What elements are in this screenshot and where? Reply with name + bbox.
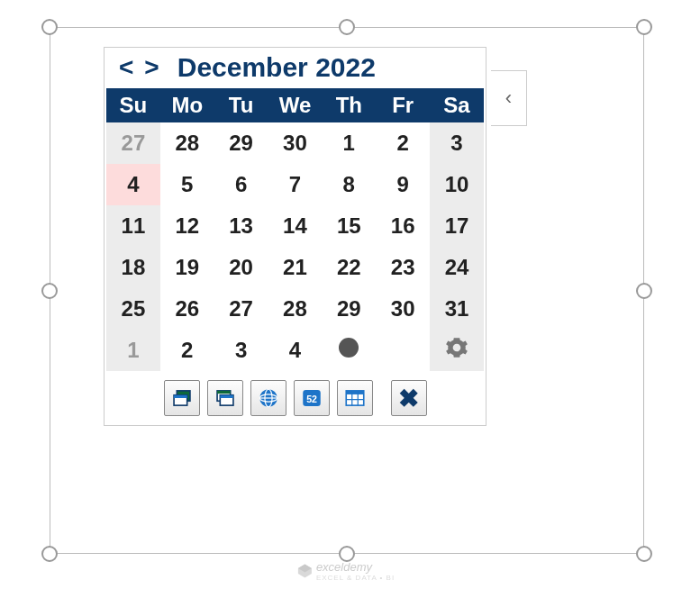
day-cell[interactable]: 16 (376, 205, 430, 247)
watermark: exceldemy EXCEL & DATA • BI (296, 560, 395, 582)
day-header-sa: Sa (430, 88, 484, 122)
resize-handle-bottom-right[interactable] (636, 546, 652, 562)
day-cell[interactable]: 8 (322, 164, 376, 205)
week-number-icon: 52 (300, 386, 323, 410)
day-cell[interactable]: 21 (268, 247, 323, 288)
svg-rect-14 (346, 391, 364, 394)
calendar-grid: Su Mo Tu We Th Fr Sa 2728293012345678910… (106, 88, 484, 371)
calendar-widget: < > December 2022 Su Mo Tu We Th Fr Sa 2… (104, 47, 486, 426)
day-cell[interactable]: 24 (430, 247, 484, 288)
calendar-row: 27282930123 (106, 122, 484, 164)
day-cell[interactable]: 14 (268, 205, 323, 247)
next-month-button[interactable]: > (141, 55, 162, 80)
clock-button[interactable] (322, 330, 376, 371)
globe-icon (257, 386, 280, 410)
day-cell[interactable]: 4 (268, 330, 323, 371)
day-cell[interactable]: 6 (214, 164, 268, 205)
watermark-logo-icon (296, 563, 313, 579)
day-header-row: Su Mo Tu We Th Fr Sa (106, 88, 484, 122)
collapse-tab-button[interactable]: ‹ (491, 70, 527, 126)
day-header-th: Th (322, 88, 376, 122)
day-cell[interactable]: 11 (106, 205, 160, 247)
day-cell[interactable]: 18 (106, 247, 160, 288)
day-cell[interactable]: 15 (322, 205, 376, 247)
day-cell[interactable]: 20 (214, 247, 268, 288)
day-cell[interactable]: 25 (106, 288, 160, 330)
day-cell[interactable]: 29 (214, 122, 268, 164)
resize-handle-top-middle[interactable] (339, 19, 355, 35)
svg-marker-18 (297, 565, 311, 578)
resize-handle-middle-right[interactable] (636, 283, 652, 299)
day-cell[interactable]: 28 (160, 122, 214, 164)
day-header-su: Su (106, 88, 160, 122)
day-cell[interactable]: 1 (322, 122, 376, 164)
watermark-subtext: EXCEL & DATA • BI (316, 574, 395, 582)
restore-window-icon (170, 386, 194, 410)
day-cell[interactable]: 17 (430, 205, 484, 247)
resize-handle-bottom-middle[interactable] (339, 546, 355, 562)
calendar-row: 45678910 (106, 164, 484, 205)
day-header-we: We (268, 88, 323, 122)
watermark-text: exceldemy (316, 560, 372, 574)
day-header-fr: Fr (376, 88, 430, 122)
day-cell[interactable]: 30 (376, 288, 430, 330)
day-cell[interactable]: 2 (160, 330, 214, 371)
day-cell[interactable]: 12 (160, 205, 214, 247)
prev-month-button[interactable]: < (115, 55, 137, 80)
calendar-row: 18192021222324 (106, 247, 484, 288)
table-view-button[interactable] (337, 380, 373, 416)
calendar-row: 25262728293031 (106, 288, 484, 330)
day-cell[interactable]: 27 (214, 288, 268, 330)
day-cell[interactable]: 13 (214, 205, 268, 247)
day-cell[interactable]: 27 (106, 122, 160, 164)
resize-handle-top-left[interactable] (41, 19, 58, 35)
day-cell[interactable]: 4 (106, 164, 160, 205)
calendar-row: 1234 (106, 330, 484, 371)
restore-window-button[interactable] (164, 380, 200, 416)
svg-rect-2 (174, 395, 187, 398)
empty-cell (376, 330, 430, 371)
day-cell[interactable]: 1 (106, 330, 160, 371)
calendar-row: 11121314151617 (106, 205, 484, 247)
svg-marker-19 (297, 565, 311, 573)
svg-text:52: 52 (306, 394, 317, 404)
day-cell[interactable]: 3 (430, 122, 484, 164)
day-cell[interactable]: 2 (376, 122, 430, 164)
day-cell[interactable]: 31 (430, 288, 484, 330)
day-cell[interactable]: 22 (322, 247, 376, 288)
settings-button[interactable] (430, 330, 484, 371)
multi-window-icon (214, 386, 237, 410)
globe-button[interactable] (250, 380, 286, 416)
resize-handle-middle-left[interactable] (41, 283, 58, 299)
day-cell[interactable]: 9 (376, 164, 430, 205)
close-icon: ✖ (398, 384, 419, 413)
svg-rect-4 (217, 391, 231, 394)
multi-window-button[interactable] (207, 380, 243, 416)
day-cell[interactable]: 26 (160, 288, 214, 330)
close-button[interactable]: ✖ (391, 380, 427, 416)
day-cell[interactable]: 30 (268, 122, 323, 164)
day-header-mo: Mo (160, 88, 214, 122)
table-icon (343, 386, 367, 410)
month-year-title[interactable]: December 2022 (177, 52, 376, 83)
resize-handle-top-right[interactable] (636, 19, 652, 35)
calendar-toolbar: 52 ✖ (106, 380, 484, 416)
day-cell[interactable]: 23 (376, 247, 430, 288)
chevron-left-icon: ‹ (505, 86, 512, 110)
day-cell[interactable]: 7 (268, 164, 323, 205)
day-cell[interactable]: 10 (430, 164, 484, 205)
day-header-tu: Tu (214, 88, 268, 122)
day-cell[interactable]: 19 (160, 247, 214, 288)
gear-icon (445, 340, 468, 364)
day-cell[interactable]: 3 (214, 330, 268, 371)
calendar-nav: < > December 2022 (106, 50, 484, 88)
week-number-button[interactable]: 52 (294, 380, 330, 416)
day-cell[interactable]: 28 (268, 288, 323, 330)
day-cell[interactable]: 5 (160, 164, 214, 205)
resize-handle-bottom-left[interactable] (41, 546, 58, 562)
svg-rect-6 (220, 395, 233, 398)
clock-icon (339, 338, 359, 358)
day-cell[interactable]: 29 (322, 288, 376, 330)
